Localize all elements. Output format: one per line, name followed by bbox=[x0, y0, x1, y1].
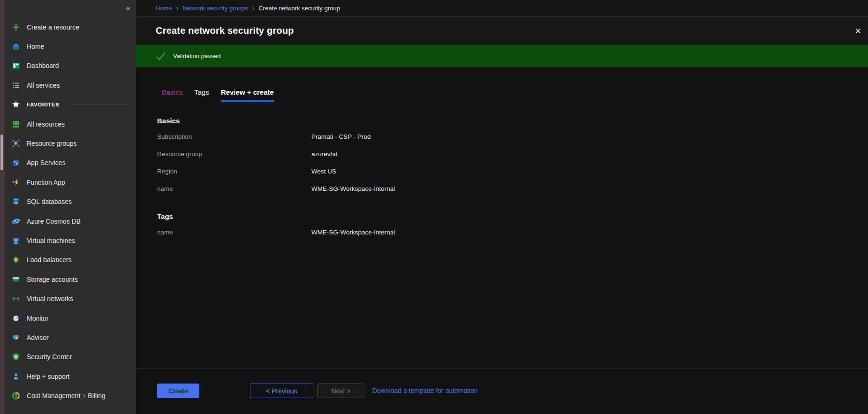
sidebar: « Create a resourceHomeDashboardAll serv… bbox=[0, 0, 136, 414]
footer-bar: Create < Previous Next > Download a temp… bbox=[136, 369, 868, 414]
sidebar-item-azure-cosmos-db[interactable]: Azure Cosmos DB bbox=[5, 211, 136, 231]
field-label: name bbox=[157, 229, 311, 236]
breadcrumb-create-network-security-group: Create network security group bbox=[258, 5, 340, 12]
title-bar: Create network security group ✕ bbox=[136, 16, 868, 45]
sidebar-item-label: Security Center bbox=[27, 353, 72, 361]
next-button[interactable]: Next > bbox=[317, 384, 364, 398]
field-value: Pramati - CSP - Prod bbox=[311, 133, 868, 140]
tab-tags[interactable]: Tags bbox=[194, 88, 209, 102]
section-tags: TagsnameWME-SG-Workspace-Internal bbox=[157, 212, 868, 241]
sidebar-item-sql-databases[interactable]: SQLSQL databases bbox=[5, 192, 136, 211]
sidebar-item-label: App Services bbox=[27, 159, 65, 166]
content-area: BasicsTagsReview + create BasicsSubscrip… bbox=[136, 67, 868, 241]
cost-management-icon: $ bbox=[12, 391, 20, 400]
sidebar-item-advisor[interactable]: Advisor bbox=[5, 328, 136, 347]
review-sections: BasicsSubscriptionPramati - CSP - ProdRe… bbox=[157, 117, 868, 241]
field-row-basics-region: RegionWest US bbox=[157, 163, 868, 180]
field-label: Region bbox=[157, 168, 311, 175]
sidebar-item-label: SQL databases bbox=[27, 198, 72, 205]
sidebar-item-label: Dashboard bbox=[27, 62, 59, 69]
sidebar-item-virtual-machines[interactable]: Virtual machines bbox=[5, 231, 136, 250]
sidebar-item-label: Advisor bbox=[27, 334, 49, 341]
close-icon[interactable]: ✕ bbox=[855, 26, 861, 36]
section-basics: BasicsSubscriptionPramati - CSP - ProdRe… bbox=[157, 117, 868, 197]
storage-accounts-icon bbox=[12, 275, 20, 284]
function-app-icon bbox=[12, 178, 20, 187]
favorites-divider bbox=[72, 105, 129, 105]
sidebar-item-label: Virtual networks bbox=[27, 295, 73, 302]
sidebar-item-label: Help + support bbox=[27, 373, 69, 380]
sidebar-item-help-support[interactable]: Help + support bbox=[5, 367, 136, 386]
sidebar-left-strip bbox=[0, 0, 5, 414]
sidebar-item-label: Load balancers bbox=[27, 256, 72, 263]
plus-icon bbox=[12, 23, 20, 31]
breadcrumb-network-security-groups[interactable]: Network security groups bbox=[182, 5, 248, 12]
grid-icon bbox=[12, 120, 20, 128]
virtual-networks-icon bbox=[12, 294, 20, 303]
field-label: name bbox=[157, 185, 311, 192]
tab-basics[interactable]: Basics bbox=[162, 88, 182, 102]
field-row-basics-resource-group: Resource groupazurevhd bbox=[157, 145, 868, 163]
sidebar-item-label: Home bbox=[27, 43, 44, 50]
sidebar-item-all-resources[interactable]: All resources bbox=[5, 114, 136, 134]
sidebar-collapse-icon[interactable]: « bbox=[126, 4, 130, 13]
sql-databases-icon: SQL bbox=[12, 197, 20, 206]
sidebar-item-label: Virtual machines bbox=[27, 237, 75, 244]
home-icon bbox=[12, 42, 20, 51]
download-template-link[interactable]: Download a template for automation bbox=[372, 384, 478, 398]
tab-list: BasicsTagsReview + create bbox=[157, 88, 868, 102]
virtual-machines-icon bbox=[12, 236, 20, 245]
sidebar-item-dashboard[interactable]: Dashboard bbox=[5, 56, 136, 75]
sidebar-item-label: Function App bbox=[27, 179, 65, 186]
azure-portal-window: « Create a resourceHomeDashboardAll serv… bbox=[0, 0, 868, 414]
svg-text:$: $ bbox=[15, 394, 17, 398]
all-services-icon bbox=[12, 81, 20, 90]
sidebar-item-resource-groups[interactable]: Resource groups bbox=[5, 134, 136, 153]
breadcrumb-separator-icon: › bbox=[252, 4, 255, 12]
sidebar-item-cost-management-billing[interactable]: $Cost Management + Billing bbox=[5, 386, 136, 405]
star-icon bbox=[12, 100, 20, 109]
sidebar-item-label: Create a resource bbox=[27, 23, 79, 31]
field-value: azurevhd bbox=[311, 151, 868, 158]
breadcrumb-separator-icon: › bbox=[176, 4, 179, 12]
validation-text: Validation passed bbox=[173, 53, 221, 60]
load-balancers-icon bbox=[12, 256, 20, 264]
sidebar-item-favorites: FAVORITES bbox=[5, 95, 136, 114]
sidebar-item-label: All resources bbox=[27, 120, 65, 128]
field-value: WME-SG-Workspace-Internal bbox=[311, 229, 868, 236]
page-title: Create network security group bbox=[156, 25, 294, 36]
advisor-icon bbox=[12, 333, 20, 342]
sidebar-item-virtual-networks[interactable]: Virtual networks bbox=[5, 289, 136, 308]
field-label: Resource group bbox=[157, 151, 311, 158]
sidebar-item-monitor[interactable]: Monitor bbox=[5, 309, 136, 328]
dashboard-icon bbox=[12, 61, 20, 70]
field-value: West US bbox=[311, 168, 868, 175]
create-button[interactable]: Create bbox=[157, 384, 199, 398]
sidebar-item-load-balancers[interactable]: Load balancers bbox=[5, 250, 136, 270]
sidebar-item-create-a-resource[interactable]: Create a resource bbox=[5, 17, 136, 37]
sidebar-item-all-services[interactable]: All services bbox=[5, 75, 136, 95]
cosmos-db-icon bbox=[12, 217, 20, 226]
sidebar-item-security-center[interactable]: Security Center bbox=[5, 347, 136, 367]
field-label: Subscription bbox=[157, 133, 311, 140]
sidebar-nav: Create a resourceHomeDashboardAll servic… bbox=[5, 17, 136, 406]
section-title-tags: Tags bbox=[157, 212, 868, 220]
sidebar-item-label: Storage accounts bbox=[27, 276, 78, 283]
sidebar-item-app-services[interactable]: App Services bbox=[5, 153, 136, 173]
previous-button[interactable]: < Previous bbox=[250, 384, 313, 398]
sidebar-item-home[interactable]: Home bbox=[5, 37, 136, 56]
tab-review-create[interactable]: Review + create bbox=[221, 88, 274, 102]
sidebar-item-label: All services bbox=[27, 82, 60, 89]
field-value: WME-SG-Workspace-Internal bbox=[311, 185, 868, 192]
security-center-icon bbox=[12, 353, 20, 361]
field-row-basics-name: nameWME-SG-Workspace-Internal bbox=[157, 180, 868, 197]
section-title-basics: Basics bbox=[157, 117, 868, 125]
sidebar-item-storage-accounts[interactable]: Storage accounts bbox=[5, 270, 136, 289]
sidebar-scrollbar-thumb[interactable] bbox=[0, 135, 3, 170]
sidebar-item-function-app[interactable]: Function App bbox=[5, 173, 136, 192]
sidebar-item-label: Cost Management + Billing bbox=[27, 392, 106, 399]
breadcrumb-home[interactable]: Home bbox=[156, 5, 172, 12]
help-support-icon bbox=[12, 372, 20, 381]
resource-groups-icon bbox=[12, 139, 20, 148]
validation-banner: Validation passed bbox=[136, 45, 868, 67]
